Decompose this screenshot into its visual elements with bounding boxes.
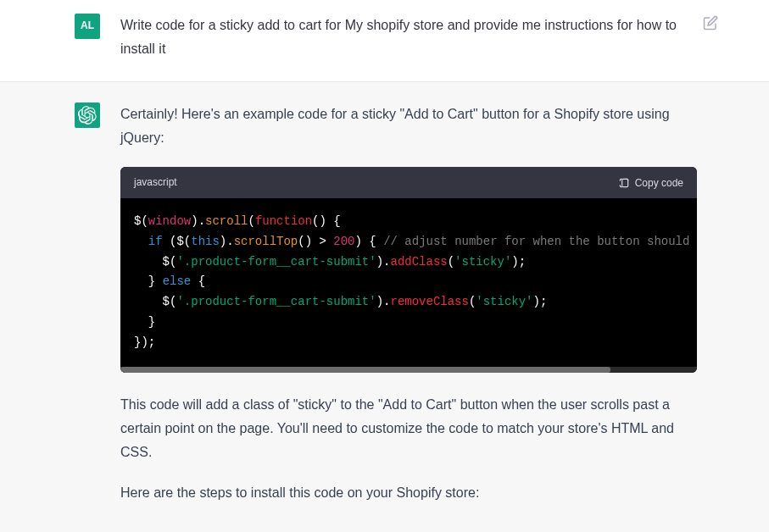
- code-header: javascript Copy code: [120, 167, 697, 198]
- assistant-steps-intro: Here are the steps to install this code …: [120, 481, 697, 505]
- user-avatar: AL: [75, 14, 100, 39]
- code-content[interactable]: $(window).scroll(function() { if ($(this…: [120, 198, 697, 367]
- user-text: Write code for a sticky add to cart for …: [120, 14, 697, 61]
- assistant-message-content: Certainly! Here's an example code for a …: [120, 103, 697, 522]
- code-scrollbar-thumb[interactable]: [120, 367, 610, 373]
- assistant-avatar: [75, 103, 100, 128]
- code-block: javascript Copy code $(window).scroll(fu…: [120, 167, 697, 373]
- copy-code-label: Copy code: [635, 177, 683, 189]
- user-message: AL Write code for a sticky add to cart f…: [0, 0, 769, 82]
- chat-container: AL Write code for a sticky add to cart f…: [0, 0, 769, 532]
- copy-code-button[interactable]: Copy code: [618, 177, 683, 189]
- assistant-message: Certainly! Here's an example code for a …: [0, 82, 769, 532]
- code-scrollbar[interactable]: [120, 367, 697, 373]
- code-language-label: javascript: [134, 174, 177, 191]
- assistant-explanation: This code will add a class of "sticky" t…: [120, 393, 697, 464]
- svg-rect-0: [621, 179, 627, 186]
- user-message-content: Write code for a sticky add to cart for …: [120, 14, 697, 61]
- assistant-intro: Certainly! Here's an example code for a …: [120, 103, 697, 150]
- clipboard-icon: [618, 177, 630, 189]
- edit-icon[interactable]: [703, 15, 718, 37]
- user-avatar-text: AL: [81, 18, 94, 34]
